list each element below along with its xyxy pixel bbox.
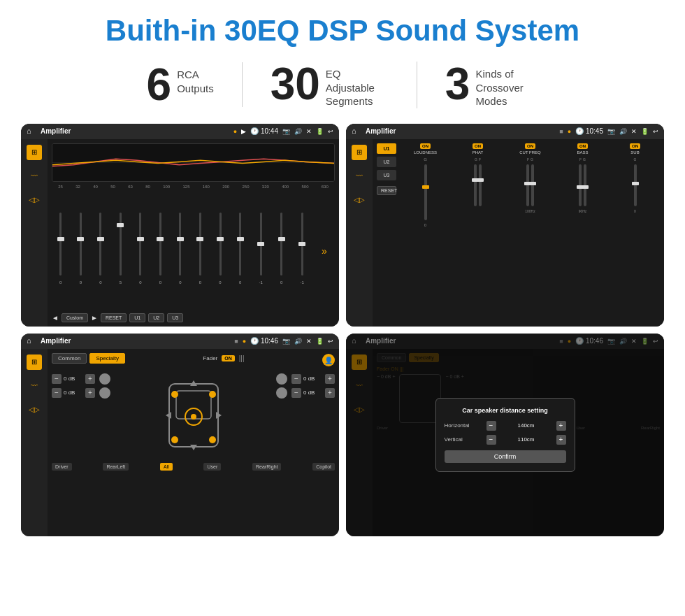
- eq-tune-icon[interactable]: ⊞: [27, 145, 42, 160]
- eq-expand-icon[interactable]: »: [322, 245, 327, 257]
- phat-g-slider[interactable]: [474, 164, 477, 206]
- amp-screen-content: ⊞ 〰 ◁▷ U1 U2 U3 RESET ON LO: [346, 139, 664, 327]
- slider-200hz[interactable]: 0: [239, 209, 241, 293]
- cutfreq-on-badge[interactable]: ON: [525, 143, 535, 149]
- vol-plus-1[interactable]: +: [85, 374, 95, 384]
- home-icon[interactable]: ⌂: [27, 127, 36, 136]
- slider-32hz[interactable]: 0: [80, 209, 82, 293]
- vol-label-4: 0 dB: [303, 389, 323, 396]
- vol-minus-3[interactable]: −: [291, 374, 301, 384]
- vertical-row: Vertical − 110cm +: [445, 435, 566, 445]
- label-all[interactable]: All: [160, 463, 173, 471]
- eq-custom-btn[interactable]: Custom: [62, 313, 88, 322]
- amp-reset-btn[interactable]: RESET: [377, 186, 396, 195]
- slider-25hz[interactable]: 0: [59, 209, 62, 293]
- slider-250hz[interactable]: -1: [259, 209, 262, 293]
- slider-125hz[interactable]: 0: [199, 209, 201, 293]
- vertical-minus-btn[interactable]: −: [486, 435, 496, 445]
- loudness-slider[interactable]: [424, 164, 427, 220]
- amp-tune-icon[interactable]: ⊞: [352, 145, 367, 160]
- bass-g-slider[interactable]: [584, 164, 586, 206]
- screen-amp: ⌂ Amplifier ■ ● 🕐 10:45 📷 🔊 ✕ 🔋 ↩ ⊞ 〰 ◁▷: [346, 124, 664, 327]
- cross-time: 🕐 10:46: [250, 337, 278, 345]
- screen-eq: ⌂ Amplifier ● ▶ 🕐 10:44 📷 🔊 ✕ 🔋 ↩ ⊞ 〰 ◁▷: [21, 124, 339, 327]
- slider-80hz[interactable]: 0: [159, 209, 161, 293]
- speaker-right-2: [276, 387, 287, 399]
- vol-row-1: − 0 dB +: [52, 373, 110, 385]
- loudness-on-badge[interactable]: ON: [420, 143, 431, 149]
- eq-wave-icon[interactable]: 〰: [27, 169, 42, 184]
- cross-home-icon[interactable]: ⌂: [27, 336, 36, 346]
- vol-minus-1[interactable]: −: [52, 374, 62, 384]
- cross-camera-icon: 📷: [282, 338, 290, 345]
- person-icon[interactable]: 👤: [322, 354, 335, 366]
- vol-plus-3[interactable]: +: [325, 374, 335, 384]
- slider-50hz[interactable]: 5: [120, 209, 122, 293]
- eq-reset-btn[interactable]: RESET: [101, 313, 127, 322]
- cross-wave-icon[interactable]: 〰: [27, 378, 42, 394]
- phat-f-slider[interactable]: [479, 164, 482, 206]
- amp-volume-icon: 🔊: [619, 128, 627, 135]
- vertical-plus-btn[interactable]: +: [556, 435, 566, 445]
- amp-wave-icon[interactable]: 〰: [352, 169, 367, 184]
- eq-next-icon[interactable]: ►: [91, 314, 98, 322]
- amp-main-content: U1 U2 U3 RESET ON LOUDNESS G 0: [373, 139, 664, 327]
- confirm-button[interactable]: Confirm: [445, 450, 566, 463]
- slider-63hz[interactable]: 0: [139, 209, 141, 293]
- cross-tune-icon[interactable]: ⊞: [27, 354, 42, 370]
- cross-back-icon: ↩: [328, 338, 333, 345]
- label-rearright[interactable]: RearRight: [252, 463, 282, 471]
- label-user[interactable]: User: [203, 463, 221, 471]
- fader-sliders-icon: |||: [239, 354, 245, 362]
- cutfreq-f-slider[interactable]: [526, 164, 529, 206]
- amp-preset-u3[interactable]: U3: [377, 170, 396, 180]
- vol-minus-2[interactable]: −: [52, 388, 62, 398]
- amp-preset-u1[interactable]: U1: [377, 143, 396, 154]
- stat-label-crossover: Kinds of Crossover Modes: [475, 62, 538, 108]
- speaker-right-1: [276, 373, 287, 385]
- eq-graph: [52, 143, 335, 182]
- slider-400hz[interactable]: -1: [300, 209, 303, 293]
- horizontal-minus-btn[interactable]: −: [486, 421, 496, 431]
- vol-plus-2[interactable]: +: [85, 388, 95, 398]
- vol-minus-4[interactable]: −: [291, 388, 301, 398]
- fader-label: Fader: [203, 355, 217, 361]
- vol-row-4: − 0 dB +: [276, 387, 335, 399]
- amp-home-icon[interactable]: ⌂: [352, 127, 361, 136]
- eq-u1-btn[interactable]: U1: [129, 313, 145, 322]
- eq-u3-btn[interactable]: U3: [167, 313, 183, 322]
- horizontal-plus-btn[interactable]: +: [556, 421, 566, 431]
- phat-label: PHAT: [473, 150, 484, 155]
- eq-u2-btn[interactable]: U2: [148, 313, 164, 322]
- bass-on-badge[interactable]: ON: [577, 143, 588, 149]
- amp-channel-cutfreq: ON CUT FREQ F G 100Hz: [505, 143, 555, 322]
- sub-slider[interactable]: [634, 164, 637, 206]
- fader-on-badge[interactable]: ON: [222, 355, 235, 361]
- vol-plus-4[interactable]: +: [325, 388, 335, 398]
- cross-speaker-icon[interactable]: ◁▷: [27, 402, 42, 417]
- slider-40hz[interactable]: 0: [99, 209, 101, 293]
- cutfreq-g-slider[interactable]: [531, 164, 534, 206]
- amp-preset-u2[interactable]: U2: [377, 157, 396, 167]
- phat-on-badge[interactable]: ON: [473, 143, 483, 149]
- eq-prev-icon[interactable]: ◄: [52, 314, 59, 322]
- eq-bottom-bar: ◄ Custom ► RESET U1 U2 U3: [52, 313, 335, 322]
- vertical-value: 110cm: [500, 436, 553, 443]
- slider-100hz[interactable]: 0: [179, 209, 181, 293]
- vol-row-2: − 0 dB +: [52, 387, 110, 399]
- cross-status-bar: ⌂ Amplifier ■ ● 🕐 10:46 📷 🔊 ✕ 🔋 ↩: [21, 334, 339, 349]
- cross-tab-specialty[interactable]: Specialty: [89, 353, 124, 364]
- svg-point-5: [191, 414, 196, 420]
- amp-speaker-icon[interactable]: ◁▷: [352, 192, 367, 208]
- label-rearleft[interactable]: RearLeft: [103, 463, 129, 471]
- speaker-left-1: [99, 373, 110, 385]
- cross-tab-common[interactable]: Common: [52, 353, 87, 364]
- slider-160hz[interactable]: 0: [219, 209, 221, 293]
- slider-320hz[interactable]: 0: [280, 209, 282, 293]
- label-driver[interactable]: Driver: [52, 463, 72, 471]
- cross-dot1-icon: ■: [234, 338, 238, 345]
- label-copilot[interactable]: Copilot: [312, 463, 335, 471]
- eq-speaker-icon[interactable]: ◁▷: [27, 192, 42, 208]
- sub-on-badge[interactable]: ON: [630, 143, 640, 149]
- cross-screen-content: ⊞ 〰 ◁▷ Common Specialty Fader ON |||: [21, 349, 339, 536]
